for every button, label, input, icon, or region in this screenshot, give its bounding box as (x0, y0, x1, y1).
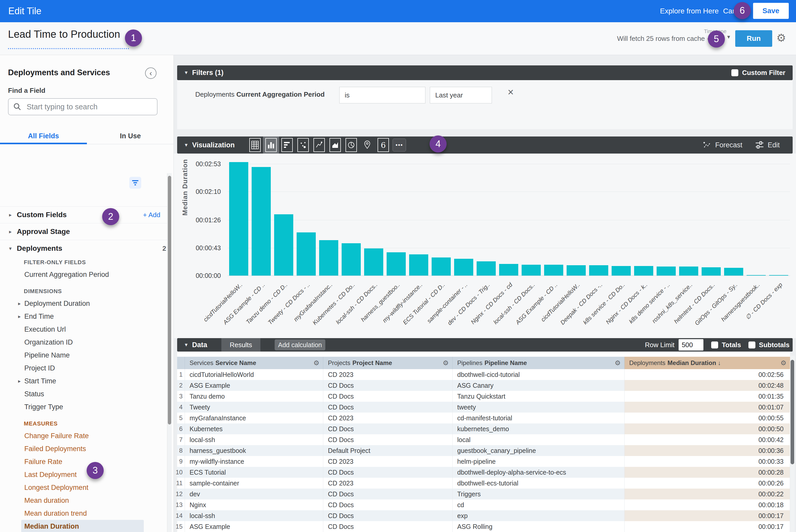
table-row[interactable]: 3Tanzu demoCD DocsTanzu Quickstart00:01:… (177, 391, 790, 402)
pie-chart-icon[interactable] (343, 136, 359, 154)
filter-operator-select[interactable]: is (339, 87, 425, 103)
subtotals-checkbox[interactable] (748, 341, 755, 348)
results-tab[interactable]: Results (221, 338, 260, 352)
table-row[interactable]: 8harness_guestbookDefault Projectguestbo… (177, 445, 790, 456)
sidebar-scrollbar-thumb[interactable] (168, 176, 171, 424)
line-chart-icon[interactable] (311, 136, 327, 154)
add-custom-field-link[interactable]: + Add (143, 211, 160, 219)
bar-8[interactable] (387, 252, 406, 276)
bar-14[interactable] (522, 265, 541, 276)
column-header-pipeline-name[interactable]: PipelinesPipeline Name⚙ (452, 357, 625, 369)
sidebar-item-organization-id[interactable]: Organization ID (0, 336, 168, 349)
bar-1[interactable] (229, 162, 248, 276)
collapse-sidebar-icon[interactable]: ‹ (145, 68, 156, 79)
sidebar-item-median-duration[interactable]: Median Duration (0, 520, 168, 532)
bar-15[interactable] (544, 265, 563, 276)
sidebar-item-approval-stage[interactable]: ▸Approval Stage (0, 223, 168, 240)
table-row[interactable]: 6KubernetesCD Docskubernetes_demo00:00:5… (177, 423, 790, 434)
chevron-right-icon[interactable]: ▸ (18, 313, 24, 320)
bar-9[interactable] (409, 254, 428, 276)
area-chart-icon[interactable] (327, 136, 343, 154)
field-search-input[interactable]: Start typing to search (8, 98, 158, 115)
bar-20[interactable] (656, 267, 676, 276)
sidebar-item-pipeline-name[interactable]: Pipeline Name (0, 349, 168, 362)
table-scrollbar[interactable] (790, 356, 795, 532)
sidebar-item-failure-rate[interactable]: Failure Rate (0, 455, 168, 468)
sidebar-item-longest-deployment[interactable]: Longest Deployment (0, 481, 168, 494)
chevron-right-icon[interactable]: ▸ (18, 300, 24, 307)
settings-gear-icon[interactable]: ⚙ (776, 32, 786, 44)
sidebar-item-project-id[interactable]: Project ID (0, 362, 168, 375)
bar-23[interactable] (724, 268, 743, 276)
map-chart-icon[interactable] (359, 136, 375, 154)
sidebar-item-execution-url[interactable]: Execution Url (0, 323, 168, 336)
collapse-data-icon[interactable]: ▼ (184, 342, 188, 348)
bar-17[interactable] (589, 265, 608, 276)
sidebar-scrollbar[interactable] (167, 173, 172, 532)
more-charts-icon[interactable]: ••• (391, 136, 407, 154)
column-header-service-name[interactable]: ServicesService Name⚙ (185, 357, 323, 369)
tab-in-use[interactable]: In Use (87, 128, 174, 144)
bar-11[interactable] (454, 259, 473, 276)
bar-19[interactable] (634, 266, 653, 276)
column-gear-icon[interactable]: ⚙ (443, 359, 449, 367)
bar-25[interactable] (769, 275, 788, 276)
sidebar-item-failed-deployments[interactable]: Failed Deployments (0, 442, 168, 455)
table-row[interactable]: 11sample-containerCD 2023dbothwell-ecs-t… (177, 478, 790, 489)
column-header-project-name[interactable]: ProjectsProject Name⚙ (323, 357, 452, 369)
column-gear-icon[interactable]: ⚙ (313, 359, 319, 367)
timezone-caret-icon[interactable]: ▾ (727, 34, 730, 40)
bar-7[interactable] (364, 248, 383, 276)
chevron-right-icon[interactable]: ▸ (9, 229, 15, 235)
bar-12[interactable] (477, 261, 496, 276)
table-row[interactable]: 4TweetyCD Docstweety00:01:07 (177, 402, 790, 413)
column-gear-icon[interactable]: ⚙ (615, 359, 621, 367)
bar-3[interactable] (274, 214, 293, 276)
sidebar-item-change-failure-rate[interactable]: Change Failure Rate (0, 430, 168, 442)
sidebar-item-mean-duration-trend[interactable]: Mean duration trend (0, 507, 168, 520)
collapse-visualization-icon[interactable]: ▼ (184, 142, 188, 148)
bar-22[interactable] (702, 267, 721, 276)
explore-from-here-link[interactable]: Explore from Here (660, 0, 719, 22)
column-gear-icon[interactable]: ⚙ (780, 359, 786, 367)
sidebar-item-custom-fields[interactable]: ▸Custom Fields+ Add (0, 206, 168, 223)
table-row[interactable]: 14local-sshCD Docsexp00:00:17 (177, 510, 790, 521)
scatter-chart-icon[interactable] (295, 136, 311, 154)
table-row[interactable]: 15ASG ExampleCD DocsASG Rolling00:00:17 (177, 521, 790, 532)
bar-chart-icon[interactable] (279, 136, 295, 154)
sidebar-item-mean-duration[interactable]: Mean duration (0, 494, 168, 507)
tab-all-fields[interactable]: All Fields (0, 128, 87, 144)
table-row[interactable]: 1cicdTutorialHelloWorldCD 2023dbothwell-… (177, 369, 790, 380)
table-chart-icon[interactable] (247, 136, 263, 154)
column-chart-icon[interactable] (263, 136, 279, 154)
bar-2[interactable] (252, 167, 271, 276)
tile-title[interactable]: Lead Time to Production (8, 28, 120, 40)
table-row[interactable]: 2ASG ExampleCD DocsASG Canary00:02:48 (177, 380, 790, 391)
row-limit-input[interactable]: 500 (679, 339, 703, 350)
column-header-median-duration[interactable]: DeploymentsMedian Duration ↓⚙ (625, 357, 790, 369)
data-section-bar[interactable]: ▼ Data Results Add calculation Row Limit… (177, 338, 793, 352)
bar-13[interactable] (499, 264, 518, 276)
visualization-section-bar[interactable]: ▼ Visualization 6••• Forecast Edit (177, 136, 793, 154)
bar-24[interactable] (746, 275, 766, 276)
chevron-right-icon[interactable]: ▸ (18, 378, 24, 384)
filter-value-input[interactable]: Last year (430, 87, 492, 103)
table-scrollbar-thumb[interactable] (791, 360, 794, 464)
sidebar-item-end-time[interactable]: ▸End Time (0, 310, 168, 323)
edit-viz-button[interactable]: Edit (755, 141, 780, 149)
remove-filter-icon[interactable]: × (508, 86, 514, 98)
sidebar-item-last-deployment[interactable]: Last Deployment (0, 468, 168, 481)
sidebar-item-current-aggregation-period[interactable]: Current Aggregation Period (0, 268, 168, 281)
bar-16[interactable] (567, 265, 586, 276)
save-button[interactable]: Save (753, 3, 789, 19)
sidebar-item-deployment-duration[interactable]: ▸Deployment Duration (0, 297, 168, 310)
table-row[interactable]: 9my-wildfly-instanceCD 2023helm-pipeline… (177, 456, 790, 467)
bar-10[interactable] (432, 258, 451, 276)
single-value-chart-icon[interactable]: 6 (375, 136, 391, 154)
bar-6[interactable] (341, 243, 361, 276)
table-row[interactable]: 12devCD DocsTriggers00:00:22 (177, 489, 790, 499)
forecast-button[interactable]: Forecast (703, 141, 742, 149)
sidebar-item-start-time[interactable]: ▸Start Time (0, 375, 168, 387)
filter-field-icon[interactable] (129, 177, 141, 189)
custom-filter-checkbox[interactable] (732, 69, 738, 76)
